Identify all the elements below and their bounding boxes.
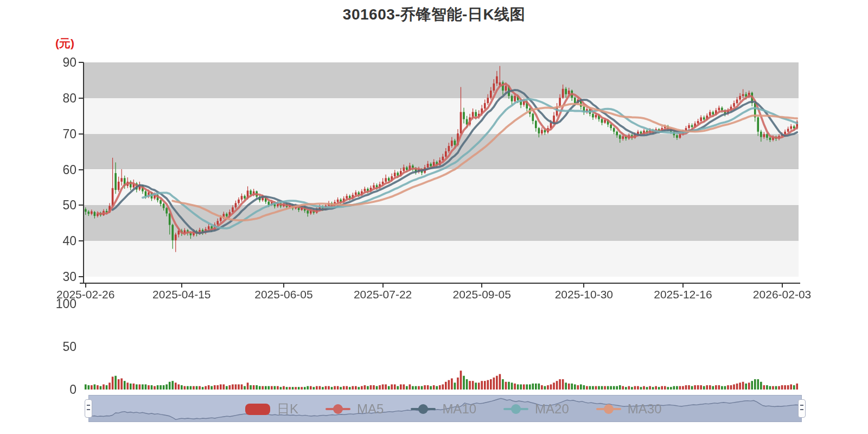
price-tick-mark [79, 169, 84, 170]
handle-grip-line [800, 409, 803, 410]
kline-chart-page: 301603-乔锋智能-日K线图 (元) 90807060504030 1005… [0, 0, 868, 434]
legend-label: MA5 [357, 401, 384, 417]
x-tick-label-2025-06-05: 2025-06-05 [246, 288, 322, 301]
legend: 日KMA5MA10MA20MA30 [245, 399, 688, 419]
x-tick-mark [382, 284, 384, 288]
legend-item-ma20[interactable]: MA20 [503, 401, 569, 417]
price-tick-mark [79, 133, 84, 135]
line-legend-icon [503, 403, 528, 415]
price-tick-label-70: 70 [44, 127, 76, 142]
x-tick-label-2025-12-16: 2025-12-16 [645, 288, 721, 301]
legend-label: MA10 [442, 401, 476, 417]
legend-label: MA20 [535, 401, 569, 417]
price-y-axis-line [83, 62, 84, 284]
x-tick-label-2025-04-15: 2025-04-15 [144, 288, 220, 301]
x-tick-label-2025-07-22: 2025-07-22 [345, 288, 421, 301]
x-tick-label-2025-10-30: 2025-10-30 [546, 288, 622, 301]
price-tick-label-40: 40 [44, 234, 76, 248]
price-tick-mark [79, 276, 84, 277]
legend-label: 日K [277, 400, 298, 418]
x-axis-line [80, 283, 800, 284]
price-tick-label-80: 80 [44, 91, 76, 106]
x-tick-mark [782, 284, 783, 288]
legend-item-daily-k[interactable]: 日K [245, 400, 298, 418]
price-tick-label-60: 60 [44, 163, 76, 177]
line-legend-icon [326, 403, 350, 415]
legend-label: MA30 [628, 401, 662, 417]
volume-tick-label-0: 0 [44, 382, 76, 397]
x-tick-mark [682, 284, 684, 288]
price-tick-mark [79, 62, 84, 63]
candlestick-legend-icon [245, 404, 270, 415]
x-tick-mark [85, 284, 86, 288]
x-tick-mark [481, 284, 482, 288]
x-tick-label-2026-02-03: 2026-02-03 [744, 288, 820, 301]
kline-canvas [0, 0, 868, 434]
legend-item-ma10[interactable]: MA10 [411, 401, 476, 417]
volume-tick-label-50: 50 [44, 340, 76, 354]
price-tick-mark [79, 240, 84, 241]
handle-grip-line [87, 409, 90, 410]
handle-grip-line [87, 405, 90, 406]
datazoom-right-handle[interactable] [798, 399, 806, 418]
x-tick-label-2025-02-26: 2025-02-26 [48, 288, 124, 301]
price-tick-label-30: 30 [44, 270, 76, 284]
legend-item-ma30[interactable]: MA30 [596, 401, 662, 417]
legend-item-ma5[interactable]: MA5 [326, 401, 384, 417]
price-tick-label-90: 90 [44, 55, 76, 70]
price-tick-label-50: 50 [44, 198, 76, 213]
line-legend-icon [596, 403, 621, 415]
handle-grip-line [800, 405, 803, 406]
price-tick-mark [79, 205, 84, 206]
x-tick-label-2025-09-05: 2025-09-05 [444, 288, 520, 301]
price-tick-mark [79, 98, 84, 99]
x-tick-mark [283, 284, 284, 288]
line-legend-icon [411, 403, 436, 415]
x-tick-mark [181, 284, 182, 288]
datazoom-left-handle[interactable] [85, 399, 92, 418]
x-tick-mark [583, 284, 584, 288]
